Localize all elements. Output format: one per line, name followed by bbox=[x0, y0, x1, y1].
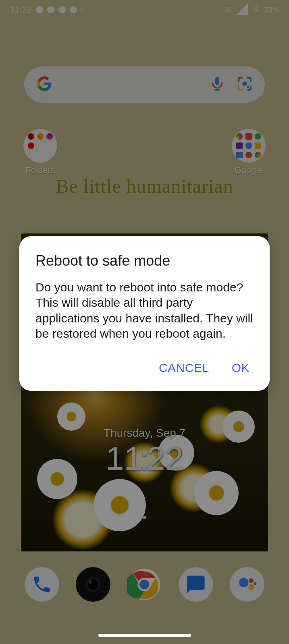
gesture-nav-handle[interactable] bbox=[98, 634, 191, 637]
dialog-body: Do you want to reboot into safe mode? Th… bbox=[35, 280, 254, 342]
cancel-button[interactable]: CANCEL bbox=[159, 361, 209, 375]
dialog-title: Reboot to safe mode bbox=[35, 252, 254, 269]
ok-button[interactable]: OK bbox=[232, 361, 249, 375]
dialog-actions: CANCEL OK bbox=[35, 361, 254, 375]
safe-mode-dialog: Reboot to safe mode Do you want to reboo… bbox=[19, 236, 270, 391]
